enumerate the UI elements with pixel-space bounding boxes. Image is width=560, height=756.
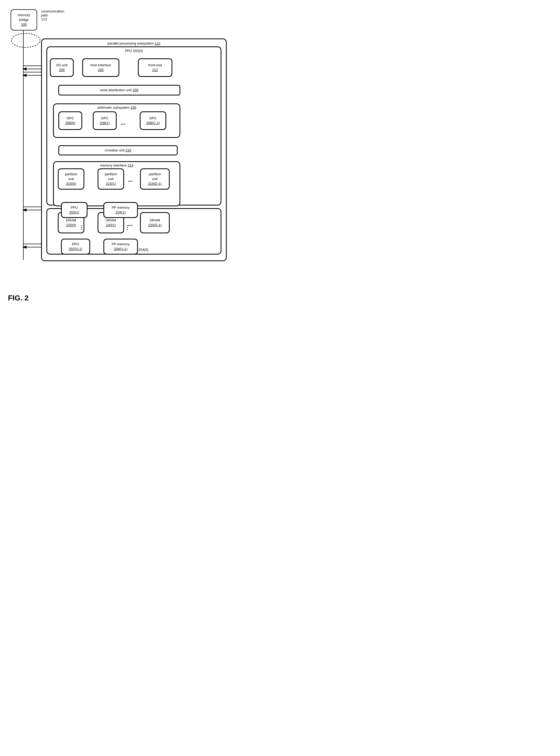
ppu-u1-box: PPU 202(U-1): [61, 239, 90, 255]
gpc-dots: ...: [121, 119, 125, 126]
ppu0-label: PPU 202(0): [47, 49, 221, 53]
host-interface-box: host interface 206: [82, 58, 119, 77]
host-interface-id: 206: [98, 67, 104, 73]
crossbar-box: crossbar unit 210: [58, 145, 178, 155]
comm-path-label: communication path 113: [41, 9, 70, 21]
ppu1-box: PPU 202(1): [61, 202, 87, 218]
io-unit-id: 205: [59, 67, 65, 73]
partition0-id: 215(0): [66, 181, 76, 186]
ppu1-label: PPU: [71, 205, 78, 210]
ppu-u1-label: PPU: [72, 242, 79, 246]
partition-d1-label: partition unit: [149, 172, 161, 181]
crossbar-label: crossbar unit 210: [105, 148, 131, 153]
partition1-label: partition unit: [105, 172, 117, 181]
gpc0-box: GPC 208(0): [58, 112, 82, 130]
memory-bridge-id: 105: [21, 22, 27, 27]
dram0-label: DRAM: [66, 218, 76, 223]
io-unit-label: I/O unit: [56, 63, 67, 67]
front-end-box: front end 212: [138, 58, 172, 77]
dram-d1-box: DRAM 220(D-1): [140, 212, 170, 233]
gpc0-label: GPC: [66, 116, 74, 121]
front-end-id: 212: [152, 67, 158, 73]
ppu-u1-id: 202(U-1): [69, 246, 82, 252]
memory-bridge-label: memory bridge: [18, 13, 30, 22]
partition1-id: 215(1): [106, 181, 116, 186]
arith-label: arithmetic subsystem 230: [54, 105, 180, 110]
fig-label: FIG. 2: [8, 294, 28, 302]
gpc-c1-label: GPC: [149, 116, 157, 121]
work-dist-box: work distribution unit 200: [58, 85, 180, 96]
gpc-c1-id: 208(C-1): [146, 121, 160, 125]
partition-dots: ...: [128, 176, 133, 183]
dram-d1-label: DRAM: [150, 218, 160, 223]
partition0-box: partition unit 215(0): [58, 168, 84, 190]
gpc0-id: 208(0): [65, 121, 75, 125]
front-end-label: front end: [148, 63, 162, 67]
pp-memory-u1-box: PP memory 204(U-1): [103, 239, 138, 255]
pp-memory1-id: 204(1): [116, 210, 126, 215]
pp-memory-u1-label: PP memory: [112, 242, 129, 246]
gpc-c1-box: GPC 208(C-1): [140, 112, 166, 130]
dram1-label: DRAM: [106, 218, 116, 223]
gpc1-id: 208(1): [100, 121, 110, 125]
partition-d1-box: partition unit 215(D-1): [140, 168, 170, 190]
partition0-label: partition unit: [65, 172, 77, 181]
gpc1-label: GPC: [101, 116, 108, 121]
host-interface-label: host interface: [91, 63, 111, 67]
pp-memory-u1-id: 204(U-1): [114, 246, 127, 252]
mem-iface-label: memory interface 214: [54, 163, 180, 167]
pp-memory-dots-1: ⋮: [117, 224, 138, 231]
pps-label: parallel processing subsystem 112: [42, 41, 226, 45]
partition1-box: partition unit 215(1): [98, 168, 124, 190]
ppu-dots-1: ⋮: [71, 224, 92, 231]
dram-d1-id: 220(D-1): [148, 223, 161, 227]
work-dist-label: work distribution unit 200: [100, 88, 138, 93]
pp-memory1-box: PP memory 204(1): [103, 202, 138, 218]
comm-path-oval: [11, 33, 40, 48]
io-unit-box: I/O unit 205: [50, 58, 74, 77]
partition-d1-id: 215(D-1): [148, 181, 161, 186]
gpc1-box: GPC 208(1): [93, 112, 117, 130]
dram1-id: 220(1): [106, 223, 116, 227]
ppu1-id: 202(1): [69, 210, 79, 215]
pp-memory1-label: PP memory: [112, 205, 129, 210]
memory-bridge-box: memory bridge 105: [11, 9, 37, 31]
